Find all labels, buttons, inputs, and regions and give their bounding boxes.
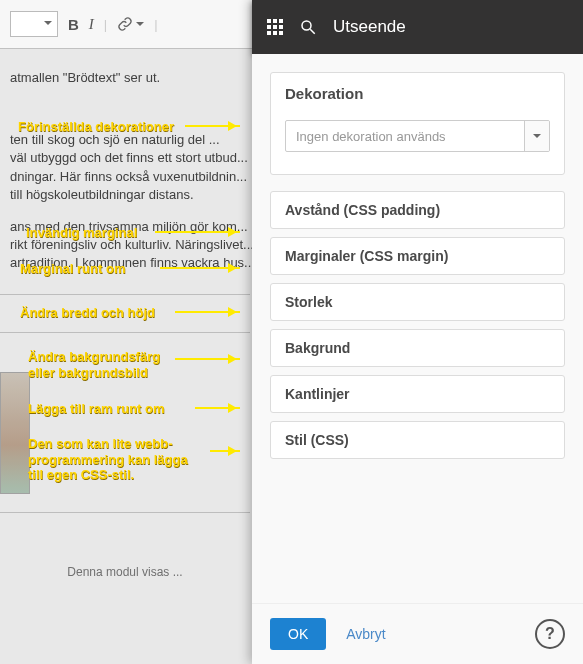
svg-line-1 — [310, 29, 315, 34]
decoration-title: Dekoration — [271, 73, 564, 110]
chevron-down-icon — [136, 22, 144, 30]
cancel-button[interactable]: Avbryt — [346, 626, 385, 642]
dim-overlay — [0, 48, 252, 664]
decoration-section: Dekoration Ingen dekoration används — [270, 72, 565, 175]
decoration-dropdown[interactable]: Ingen dekoration används — [285, 120, 550, 152]
help-icon[interactable]: ? — [535, 619, 565, 649]
panel-header: Utseende — [252, 0, 583, 54]
search-icon[interactable] — [299, 18, 317, 36]
appearance-panel: Utseende Dekoration Ingen dekoration anv… — [252, 0, 583, 664]
decoration-dropdown-placeholder: Ingen dekoration används — [286, 121, 524, 151]
accordion-border[interactable]: Kantlinjer — [270, 375, 565, 413]
svg-point-0 — [302, 21, 311, 30]
accordion-margin[interactable]: Marginaler (CSS margin) — [270, 237, 565, 275]
panel-body: Dekoration Ingen dekoration används Avst… — [252, 54, 583, 603]
accordion-background[interactable]: Bakgrund — [270, 329, 565, 367]
accordion-css[interactable]: Stil (CSS) — [270, 421, 565, 459]
accordion-size[interactable]: Storlek — [270, 283, 565, 321]
chain-icon — [117, 16, 133, 32]
accordion-padding[interactable]: Avstånd (CSS padding) — [270, 191, 565, 229]
format-select[interactable] — [10, 11, 58, 37]
panel-footer: OK Avbryt ? — [252, 603, 583, 664]
ok-button[interactable]: OK — [270, 618, 326, 650]
panel-title: Utseende — [333, 17, 406, 37]
chevron-down-icon — [524, 121, 549, 151]
apps-icon[interactable] — [267, 19, 283, 35]
link-button[interactable] — [117, 16, 144, 32]
italic-button[interactable]: I — [89, 16, 94, 33]
bold-button[interactable]: B — [68, 16, 79, 33]
